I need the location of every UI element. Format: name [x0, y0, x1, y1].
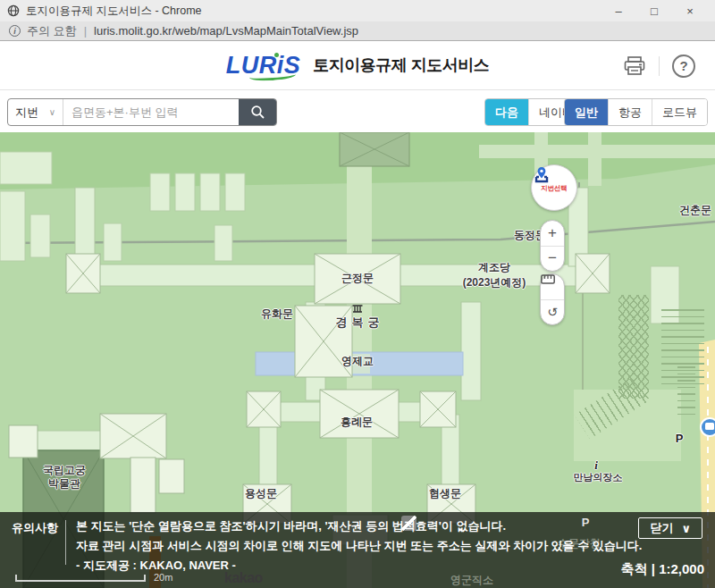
map-label: 용성문	[245, 486, 277, 501]
map-pin-icon	[532, 165, 551, 185]
maptype-normal-button[interactable]: 일반	[565, 99, 608, 125]
search-type-value: 지번	[15, 105, 38, 121]
window-controls: – □ ×	[601, 0, 708, 21]
maptype-roadview-button[interactable]: 로드뷰	[652, 99, 707, 125]
luris-logo: LURiS	[226, 52, 301, 80]
map-label: (2023년예정)	[463, 275, 526, 290]
chevron-down-icon: ∨	[681, 522, 691, 535]
notice-close-button[interactable]: 닫기 ∨	[638, 517, 702, 539]
app-window: 토지이용규제 지도서비스 - Chrome – □ × i 주의 요함 | lu…	[0, 0, 715, 588]
help-icon[interactable]: ?	[672, 55, 695, 78]
service-title: 토지이용규제 지도서비스	[313, 55, 489, 76]
print-icon[interactable]	[623, 55, 646, 77]
ruler-icon	[541, 274, 555, 284]
header-divider	[659, 56, 660, 76]
map-label: P	[676, 432, 684, 445]
map-canvas[interactable]: 동정문근정문계조당(2023년예정)유화문경복궁영제교흥례문용성문협생문국립고궁…	[0, 132, 715, 588]
map-label: 박물관	[48, 476, 80, 491]
map-label: 계조당	[478, 260, 510, 275]
map-label: 근정문	[341, 271, 374, 286]
address-search-box: 지번 ∨	[7, 98, 277, 126]
map-label: 영제교	[341, 354, 374, 369]
maximize-button[interactable]: □	[636, 0, 672, 21]
minimize-button[interactable]: –	[601, 0, 636, 21]
map-type-toggle: 일반 항공 로드뷰	[564, 98, 708, 126]
parcel-select-label: 지번선택	[541, 184, 568, 193]
url-bar[interactable]: i 주의 요함 | luris.molit.go.kr/web/map/LvsM…	[0, 21, 715, 41]
notice-text: 본 지도는 '단순 열람용으로 참조'하시기 바라며, '재산권 등의 법적효력…	[76, 517, 642, 575]
security-warning-text: 주의 요함	[27, 23, 77, 39]
notice-line-1: 본 지도는 '단순 열람용으로 참조'하시기 바라며, '재산권 등의 법적효력…	[76, 517, 642, 536]
map-label: 협생문	[429, 486, 461, 501]
page-url: luris.molit.go.kr/web/map/LvsMapMainTota…	[94, 24, 358, 38]
map-label: 흥례문	[341, 415, 373, 430]
url-separator: |	[84, 24, 87, 38]
globe-favicon-icon	[7, 4, 20, 17]
maptype-aerial-button[interactable]: 항공	[608, 99, 652, 125]
bus-stop-icon	[701, 418, 715, 436]
window-title: 토지이용규제 지도서비스 - Chrome	[26, 4, 202, 19]
reset-button[interactable]: ↺	[541, 299, 564, 325]
search-button[interactable]	[239, 99, 276, 125]
provider-daum-button[interactable]: 다음	[485, 99, 528, 125]
service-header: LURiS 토지이용규제 지도서비스 ?	[0, 41, 715, 90]
notice-overlay: P수문장청영군직소 유의사항 본 지도는 '단순 열람용으로 참조'하시기 바라…	[0, 512, 715, 588]
parking-hatch-right	[677, 363, 695, 420]
zoom-in-button[interactable]: +	[541, 221, 564, 246]
close-label: 닫기	[650, 520, 673, 536]
map-label: 유화문	[261, 307, 293, 322]
parcel-select-button[interactable]: 지번선택	[531, 164, 577, 211]
palace-icon	[352, 304, 363, 313]
scale-bar	[15, 575, 146, 582]
zoom-control: + −	[540, 220, 565, 272]
search-input[interactable]	[63, 99, 239, 125]
notice-divider	[65, 520, 66, 565]
map-toolbar: 지번 ∨ 다음 네이버 일반 항공 로드뷰	[0, 90, 715, 132]
close-button[interactable]: ×	[672, 0, 708, 21]
map-label: 만남의장소	[574, 471, 623, 484]
kakao-attribution: kakao	[224, 570, 263, 586]
measure-button[interactable]	[541, 274, 564, 299]
logo-dot	[274, 53, 279, 57]
zoom-out-button[interactable]: −	[541, 246, 564, 272]
map-scale-ratio: 축척 | 1:2,000	[621, 561, 704, 578]
map-label: 경복궁	[332, 315, 384, 331]
chevron-down-icon: ∨	[49, 107, 55, 117]
page-info-icon[interactable]: i	[9, 25, 21, 37]
scale-bar-distance: 20m	[154, 572, 172, 583]
map-tools-control: ↺	[540, 273, 565, 325]
info-icon: i	[594, 458, 598, 473]
search-icon	[250, 105, 265, 120]
notice-title: 유의사항	[12, 520, 58, 536]
search-type-select[interactable]: 지번 ∨	[8, 99, 63, 125]
map-label: 건춘문	[679, 203, 711, 218]
window-titlebar: 토지이용규제 지도서비스 - Chrome – □ ×	[0, 0, 715, 21]
notice-line-2: 자료 관리 시점과 서비스 시점의 차이로 인해 지도에 나타난 지번 또는 주…	[76, 536, 642, 556]
